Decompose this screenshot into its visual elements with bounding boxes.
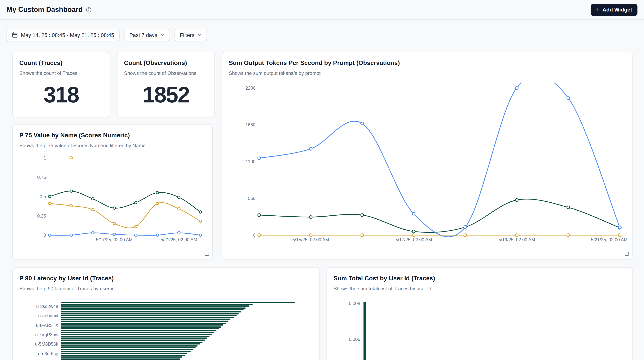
y-axis-label: 1 [44,156,46,160]
dashboard-page: My Custom Dashboard + Add Widget [0,0,644,360]
data-point [464,226,467,228]
metric-value: 1852 [118,84,214,106]
data-point [178,196,180,199]
time-preset-button[interactable]: Past 7 days [124,29,170,41]
y-axis-label: u-aobnuxf [13,313,58,318]
data-point [361,234,364,236]
data-point [361,214,364,217]
widget-card-count-observations: Count (Observations) Shows the count of … [117,52,215,117]
latency-bar [61,334,212,335]
widget-card-total-cost: Sum Total Cost by User Id (Traces) Shows… [326,267,632,360]
latency-bar [61,328,219,329]
data-point [135,225,137,228]
data-point [135,234,137,236]
x-axis-label: 5/21/25, 02:00 AM [160,237,197,242]
x-axis-label: 5/19/25, 02:00 AM [498,237,535,242]
x-axis-label: 5/15/25, 02:00 AM [292,237,329,242]
data-point [515,199,518,201]
data-point [70,157,72,159]
latency-bar [61,324,224,325]
data-point [92,198,94,200]
data-point [464,234,467,236]
data-point [258,157,260,160]
latency-bar [61,322,226,324]
resize-handle-icon[interactable] [102,109,106,113]
chevron-down-icon [160,34,164,36]
widget-title: Count (Traces) [19,59,103,67]
y-axis-label: 1650 [246,122,256,127]
resize-handle-icon[interactable] [207,109,211,113]
data-point [178,208,180,210]
data-point [70,190,72,192]
data-point [156,234,158,236]
data-point [113,222,116,225]
page-header: My Custom Dashboard + Add Widget [0,0,644,20]
data-point [309,216,312,218]
info-icon[interactable] [86,7,92,13]
widget-subtitle: Shows the sum output tokens/s by prompt [229,70,626,76]
latency-bar [61,319,230,320]
p90-bar-chart[interactable]: u-8sq2w4au-aobnuxfu-tFAR5TXu-zVqP3hwu-5M… [13,268,319,360]
widget-title: Sum Output Tokens Per Second by Prompt (… [229,59,626,67]
resize-handle-icon[interactable] [205,252,209,256]
data-point [258,234,260,236]
latency-bar [61,315,236,316]
latency-bar [61,347,196,348]
y-axis-label: 550 [248,196,256,201]
widget-subtitle: Shows the p 75 value of Scores Numeric f… [19,142,206,149]
latency-bar [61,309,243,310]
latency-bar [61,326,221,327]
tokens-line-chart[interactable]: 05501100165022005/15/25, 02:00 AM5/17/25… [229,83,629,244]
latency-bar [61,358,180,359]
latency-bar [61,332,214,333]
series-line [259,199,620,232]
data-point [361,122,364,125]
date-range-button[interactable]: May 14, 25 : 08:45 - May 21, 25 : 08:45 [6,29,120,41]
widget-card-p75-value: P 75 Value by Name (Scores Numeric) Show… [12,124,213,259]
x-axis-label: 5/21/25, 02:00 AM [591,237,628,242]
filters-button[interactable]: Filters [174,29,207,41]
y-axis-label: 0.006 [327,337,360,342]
y-axis-label: 0 [253,233,256,238]
latency-bar [61,343,200,344]
cost-bar-chart[interactable]: 0.0080.006 [327,268,632,360]
y-axis-label: 0.5 [40,194,46,199]
x-axis-label: 5/17/25, 02:00 AM [96,237,133,242]
widget-subtitle: Shows the count of Traces [19,70,103,76]
y-axis-label: 0.008 [327,301,360,306]
data-point [412,234,415,236]
y-axis-label: 1100 [246,159,256,164]
series-line [259,83,620,237]
latency-bar [61,353,187,354]
data-point [515,234,518,236]
y-axis-label: u-5M8D56k [13,341,58,346]
data-point [618,234,621,236]
data-point [70,204,72,207]
data-point [515,87,518,89]
resize-handle-icon[interactable] [625,252,629,256]
data-point [567,97,570,99]
widget-card-tokens-per-second: Sum Output Tokens Per Second by Prompt (… [222,52,632,259]
latency-bar [61,304,253,305]
add-widget-label: Add Widget [602,7,632,13]
latency-bar [61,302,295,303]
time-preset-label: Past 7 days [129,32,157,38]
data-point [178,231,180,234]
data-point [412,230,415,233]
latency-bar [61,317,234,318]
widget-card-p90-latency: P 90 Latency by User Id (Traces) Shows t… [12,267,320,360]
date-range-label: May 14, 25 : 08:45 - May 21, 25 : 08:45 [21,32,114,38]
latency-bar [61,337,207,339]
add-widget-button[interactable]: + Add Widget [590,4,637,16]
y-axis-label: u-8sq2w4a [13,304,58,309]
latency-bar [61,330,216,331]
widget-title: Count (Observations) [124,59,208,67]
chevron-down-icon [198,34,202,36]
y-axis-label: u-zVqP3hw [13,332,58,337]
latency-bar [61,307,246,308]
data-point [48,202,51,205]
latency-bar [61,355,185,356]
cost-bar [364,302,366,360]
data-point [70,234,72,236]
p75-line-chart[interactable]: 00.250.50.7515/17/25, 02:00 AM5/21/25, 0… [18,155,208,242]
